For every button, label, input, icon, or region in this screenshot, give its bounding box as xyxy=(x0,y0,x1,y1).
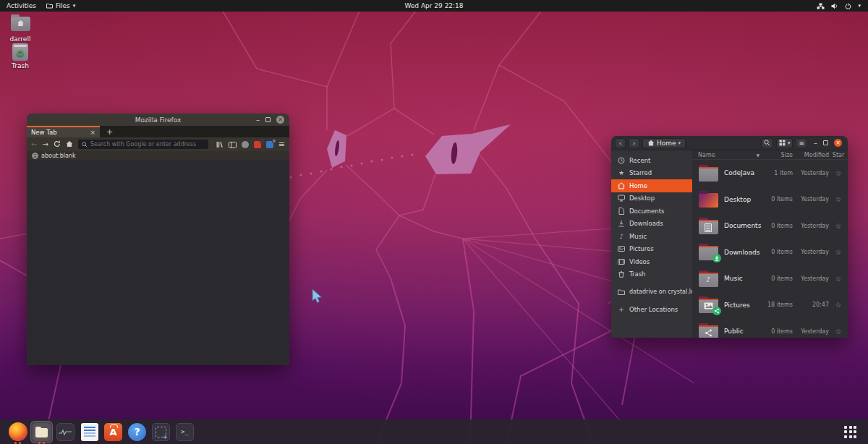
network-icon xyxy=(817,3,825,9)
dock-item-ubuntu-software[interactable]: A xyxy=(101,420,125,444)
dock-item-screenshot-tool[interactable]: + xyxy=(149,420,173,444)
extension-icon[interactable]: 0 xyxy=(266,141,273,148)
sidebar-item-videos[interactable]: Videos xyxy=(611,255,692,268)
sidebar-toggle-icon[interactable] xyxy=(229,137,237,151)
star-toggle[interactable]: ☆ xyxy=(829,222,848,230)
url-bar[interactable] xyxy=(78,140,208,149)
file-row-public[interactable]: Public 0 items Yesterday ☆ xyxy=(692,318,848,338)
minimize-button[interactable]: – xyxy=(256,117,260,123)
extension-icon[interactable] xyxy=(242,141,249,148)
sidebar-item-documents[interactable]: Documents xyxy=(611,205,692,218)
file-row-documents[interactable]: Documents 0 items Yesterday ☆ xyxy=(692,213,848,239)
sidebar-item-recent[interactable]: Recent xyxy=(611,154,692,167)
clock[interactable]: Wed Apr 29 22:18 xyxy=(0,2,868,9)
desktop-icon-trash[interactable]: ♻ Trash xyxy=(0,43,41,69)
column-header-size[interactable]: Size xyxy=(762,152,793,158)
location-button[interactable]: Home ▾ xyxy=(642,138,686,148)
sidebar-item-datadrive[interactable]: datadrive on crystal.local xyxy=(611,286,692,299)
chevron-down-icon: ▾ xyxy=(678,140,681,146)
firefox-titlebar[interactable]: Mozilla Firefox – × xyxy=(27,114,289,126)
sidebar-item-other-locations[interactable]: + Other Locations xyxy=(611,304,692,317)
activities-button[interactable]: Activities xyxy=(7,2,36,9)
forward-button[interactable]: → xyxy=(42,141,48,148)
column-header-name[interactable]: Name ▼ xyxy=(692,152,762,158)
home-button[interactable] xyxy=(66,140,73,149)
trash-icon xyxy=(618,270,625,278)
dock-item-terminal[interactable]: >_ xyxy=(173,420,197,444)
home-folder-icon xyxy=(11,17,30,31)
bookmark-item[interactable]: about:blank xyxy=(32,153,76,159)
menu-icon[interactable]: ≡ xyxy=(278,140,285,149)
view-toggle-button[interactable]: ▾ xyxy=(776,138,793,148)
show-applications-button[interactable] xyxy=(838,420,862,444)
star-toggle[interactable]: ☆ xyxy=(829,248,848,256)
desktop: Activities Files ▾ Wed Apr 29 22:18 xyxy=(0,0,868,444)
sidebar-item-desktop[interactable]: Desktop xyxy=(611,192,692,205)
sidebar-item-starred[interactable]: ★ Starred xyxy=(611,167,692,180)
star-toggle[interactable]: ☆ xyxy=(829,301,848,309)
sidebar-item-trash[interactable]: Trash xyxy=(611,268,692,281)
public-folder-icon xyxy=(699,325,718,338)
minimize-button[interactable]: – xyxy=(814,140,817,146)
file-row-desktop[interactable]: Desktop 0 items Yesterday ☆ xyxy=(692,187,848,213)
download-icon xyxy=(618,220,625,227)
column-header-star[interactable]: Star xyxy=(829,152,848,158)
dock: A ? + >_ xyxy=(0,419,868,444)
tab-new-tab[interactable]: New Tab × xyxy=(27,126,100,137)
files-app-icon xyxy=(46,3,53,9)
dock-item-system-monitor[interactable] xyxy=(54,420,77,444)
library-icon[interactable] xyxy=(216,137,224,151)
location-label: Home xyxy=(657,140,676,147)
sidebar-item-music[interactable]: ♪ Music xyxy=(611,230,692,243)
column-header-row: Name ▼ Size Modified Star xyxy=(692,150,848,160)
files-headerbar[interactable]: ‹ › Home ▾ ▾ ≡ – × xyxy=(611,136,848,150)
help-icon: ? xyxy=(128,423,146,441)
reload-button[interactable] xyxy=(54,140,61,149)
file-row-codejava[interactable]: CodeJava 1 item Yesterday ☆ xyxy=(692,160,848,187)
tab-close-icon[interactable]: × xyxy=(90,129,95,136)
sidebar-item-pictures[interactable]: Pictures xyxy=(611,243,692,256)
forward-button[interactable]: › xyxy=(629,138,639,148)
pictures-folder-icon xyxy=(699,299,718,313)
maximize-button[interactable] xyxy=(265,117,271,122)
app-menu[interactable]: Files ▾ xyxy=(46,2,75,9)
home-icon xyxy=(618,182,625,189)
menu-button[interactable]: ≡ xyxy=(796,138,807,148)
power-icon xyxy=(845,3,851,9)
star-toggle[interactable]: ☆ xyxy=(829,275,848,283)
dock-item-help[interactable]: ? xyxy=(125,420,149,444)
back-button[interactable]: ‹ xyxy=(615,138,626,148)
back-button[interactable]: ← xyxy=(31,141,37,148)
firefox-page-content[interactable] xyxy=(27,160,289,365)
share-emblem-icon xyxy=(712,307,721,315)
dock-item-files[interactable] xyxy=(30,420,54,444)
sidebar-item-home[interactable]: Home xyxy=(611,179,692,192)
adblock-extension-icon[interactable] xyxy=(254,141,261,148)
close-button[interactable]: × xyxy=(276,116,284,124)
column-header-modified[interactable]: Modified xyxy=(793,152,829,158)
chevron-down-icon: ▾ xyxy=(73,3,76,9)
star-toggle[interactable]: ☆ xyxy=(829,328,848,336)
search-button[interactable] xyxy=(761,138,773,148)
file-row-downloads[interactable]: Downloads 0 items Yesterday ☆ xyxy=(692,239,848,266)
file-row-music[interactable]: ♪ Music 0 items Yesterday ☆ xyxy=(692,265,848,292)
screenshot-tool-icon: + xyxy=(152,423,170,441)
running-indicator xyxy=(6,442,30,444)
maximize-button[interactable] xyxy=(823,140,828,145)
app-menu-label: Files xyxy=(56,2,70,9)
desktop-folder-icon xyxy=(699,193,718,208)
url-input[interactable] xyxy=(90,141,205,148)
star-toggle[interactable]: ☆ xyxy=(829,195,848,203)
home-icon xyxy=(647,140,655,146)
desktop-icon-home[interactable]: darrell xyxy=(0,14,41,43)
dock-item-firefox[interactable] xyxy=(6,420,30,444)
system-status-area[interactable]: ▾ xyxy=(817,3,868,9)
file-row-pictures[interactable]: Pictures 18 items 20:47 ☆ xyxy=(692,292,848,319)
sidebar-item-downloads[interactable]: Downloads xyxy=(611,218,692,231)
download-emblem-icon xyxy=(712,254,721,262)
file-list: CodeJava 1 item Yesterday ☆ Desktop 0 it… xyxy=(692,160,848,338)
dock-item-libreoffice-writer[interactable] xyxy=(77,420,101,444)
star-toggle[interactable]: ☆ xyxy=(829,169,848,177)
new-tab-button[interactable]: + xyxy=(100,126,119,137)
close-button[interactable]: × xyxy=(834,139,842,147)
